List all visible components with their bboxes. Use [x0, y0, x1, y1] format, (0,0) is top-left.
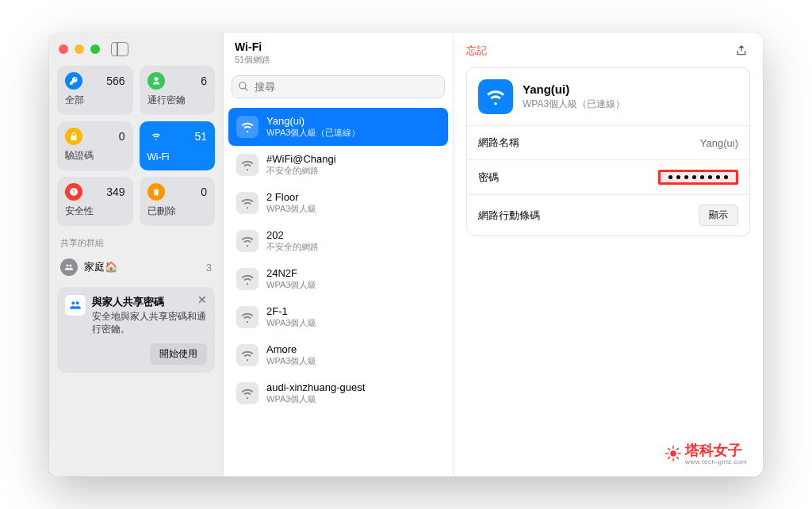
wifi-icon [236, 116, 259, 138]
watermark: 塔科女子 www.tech-girlz.com [665, 441, 747, 465]
toggle-sidebar-button[interactable] [111, 42, 128, 56]
group-count: 3 [206, 262, 212, 274]
wifi-icon [236, 230, 259, 252]
network-item[interactable]: 202不安全的網路 [228, 222, 448, 260]
network-name: 202 [266, 229, 319, 241]
family-share-card: ✕ 與家人共享密碼 安全地與家人共享密碼和通行密鑰。 開始使用 [57, 287, 215, 373]
network-item[interactable]: #WiFi@Changi不安全的網路 [228, 146, 448, 184]
network-detail-card: Yang(ui) WPA3個人級（已連線） 網路名稱 Yang(ui) 密碼 網… [466, 67, 750, 236]
list-subtitle: 51個網路 [235, 54, 442, 66]
network-status: WPA3個人級（已連線） [523, 98, 625, 111]
wifi-icon [236, 192, 259, 214]
detail-panel: 忘記 Yang(ui) WPA3個人級（已連線） 網路名稱 Yang(ui) 密… [454, 33, 763, 476]
network-title: Yang(ui) [523, 82, 625, 96]
network-item[interactable]: 2 FloorWPA3個人級 [228, 184, 448, 222]
network-security: 不安全的網路 [266, 165, 336, 177]
network-name: audi-xinzhuang-guest [266, 381, 365, 393]
search-icon [238, 81, 249, 92]
sidebar: 566全部6通行密鑰0驗證碼51Wi-Fi349安全性0已刪除 共享的群組 家庭… [49, 33, 224, 476]
trash-icon [147, 183, 165, 201]
forget-network-button[interactable]: 忘記 [466, 44, 487, 58]
category-count: 566 [106, 75, 124, 87]
wifi-hero-icon [478, 79, 513, 114]
window-controls [59, 44, 100, 54]
network-security: 不安全的網路 [266, 241, 319, 253]
network-item[interactable]: 2F-1WPA3個人級 [228, 298, 448, 336]
alert-icon [65, 183, 82, 201]
category-label: 全部 [65, 94, 125, 107]
share-card-title: 與家人共享密碼 [92, 295, 207, 309]
category-label: 通行密鑰 [147, 94, 208, 107]
share-card-subtitle: 安全地與家人共享密碼和通行密鑰。 [92, 311, 207, 335]
category-全部[interactable]: 566全部 [57, 66, 133, 115]
network-security: WPA3個人級 [266, 317, 316, 329]
list-title: Wi-Fi [235, 40, 442, 53]
shared-groups-label: 共享的群組 [49, 226, 223, 254]
category-Wi-Fi[interactable]: 51Wi-Fi [140, 121, 216, 170]
network-name: Yang(ui) [266, 115, 360, 127]
close-window-button[interactable] [59, 44, 68, 54]
category-label: 驗證碼 [65, 149, 125, 163]
network-item[interactable]: 24N2FWPA3個人級 [228, 260, 448, 298]
network-name-label: 網路名稱 [478, 136, 519, 150]
network-list: Yang(ui)WPA3個人級（已連線）#WiFi@Changi不安全的網路2 … [224, 105, 453, 476]
category-驗證碼[interactable]: 0驗證碼 [57, 121, 133, 170]
network-name: 2 Floor [266, 191, 316, 203]
wifi-icon [236, 154, 259, 176]
svg-point-0 [670, 450, 676, 456]
category-count: 0 [201, 186, 207, 198]
network-item[interactable]: AmoreWPA3個人級 [228, 336, 448, 374]
watermark-sub: www.tech-girlz.com [685, 458, 747, 465]
category-label: Wi-Fi [147, 151, 208, 163]
network-security: WPA3個人級 [266, 203, 316, 215]
network-item[interactable]: Yang(ui)WPA3個人級（已連線） [228, 108, 448, 146]
titlebar [49, 33, 223, 66]
wifi-icon [236, 268, 259, 290]
group-label: 家庭🏠 [84, 260, 117, 274]
zoom-window-button[interactable] [90, 44, 100, 54]
category-count: 51 [194, 130, 207, 143]
watermark-icon [665, 445, 682, 462]
search-input[interactable] [232, 75, 445, 98]
key-icon [65, 72, 82, 90]
wifi-icon [236, 382, 259, 404]
category-已刪除[interactable]: 0已刪除 [140, 177, 216, 226]
wifi-icon [147, 128, 165, 145]
watermark-text: 塔科女子 [685, 442, 742, 458]
shared-group-family[interactable]: 家庭🏠 3 [49, 254, 223, 281]
group-icon [60, 258, 78, 276]
lock-icon [65, 128, 82, 145]
network-name: Amore [266, 343, 316, 355]
network-item[interactable]: audi-xinzhuang-guestWPA3個人級 [228, 374, 448, 412]
family-share-icon [65, 295, 86, 316]
category-count: 6 [201, 75, 207, 87]
category-通行密鑰[interactable]: 6通行密鑰 [140, 66, 216, 115]
row-network-name: 網路名稱 Yang(ui) [467, 125, 749, 159]
person-icon [147, 72, 165, 90]
network-list-panel: Wi-Fi 51個網路 Yang(ui)WPA3個人級（已連線）#WiFi@Ch… [224, 33, 454, 476]
password-field[interactable] [658, 170, 738, 185]
row-password: 密碼 [467, 159, 749, 194]
network-security: WPA3個人級 [266, 279, 316, 291]
wifi-icon [236, 306, 259, 328]
category-安全性[interactable]: 349安全性 [57, 177, 133, 226]
search-wrap [232, 75, 445, 98]
category-grid: 566全部6通行密鑰0驗證碼51Wi-Fi349安全性0已刪除 [49, 66, 223, 226]
network-name: #WiFi@Changi [266, 153, 336, 165]
qrcode-label: 網路行動條碼 [478, 209, 540, 223]
network-security: WPA3個人級 [266, 393, 365, 405]
start-sharing-button[interactable]: 開始使用 [150, 343, 207, 365]
network-security: WPA3個人級 [266, 355, 316, 367]
category-label: 安全性 [65, 205, 125, 218]
share-button[interactable] [733, 42, 750, 59]
network-security: WPA3個人級（已連線） [266, 127, 360, 139]
category-count: 349 [106, 186, 124, 198]
minimize-window-button[interactable] [75, 44, 84, 54]
row-qrcode: 網路行動條碼 顯示 [467, 194, 749, 235]
network-name: 24N2F [266, 267, 316, 279]
password-label: 密碼 [478, 170, 499, 185]
category-label: 已刪除 [147, 205, 208, 218]
show-qrcode-button[interactable]: 顯示 [699, 205, 738, 226]
passwords-window: 566全部6通行密鑰0驗證碼51Wi-Fi349安全性0已刪除 共享的群組 家庭… [49, 33, 763, 476]
close-icon[interactable]: ✕ [197, 293, 207, 306]
